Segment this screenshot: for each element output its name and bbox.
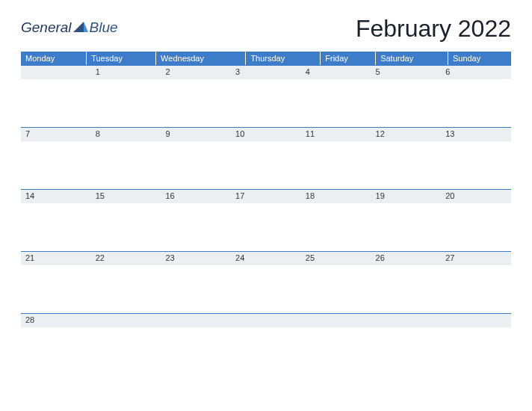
date-number: 9 (165, 129, 226, 140)
date-body-cell (441, 141, 511, 189)
date-body-cell (301, 203, 371, 251)
date-cell: 26 (371, 252, 442, 266)
date-cell: 25 (301, 252, 371, 266)
week-table: 14151617181920 (21, 189, 511, 251)
date-cell: 27 (441, 252, 511, 266)
brand-logo: General Blue (21, 15, 118, 36)
logo-word-1: General (21, 19, 72, 36)
date-cell: 11 (301, 128, 371, 142)
date-number: 14 (25, 191, 87, 202)
date-number (25, 67, 87, 78)
date-body-cell (161, 327, 231, 375)
date-cell: 13 (441, 128, 511, 142)
date-number (235, 315, 297, 326)
date-body-cell (371, 203, 442, 251)
date-number: 25 (306, 253, 367, 264)
date-number: 12 (376, 129, 437, 140)
date-body-cell (301, 327, 371, 375)
date-number: 11 (306, 129, 367, 140)
date-body-cell (371, 141, 442, 189)
date-number: 24 (235, 253, 297, 264)
date-number: 13 (445, 129, 507, 140)
date-number (306, 315, 367, 326)
date-body-cell (21, 327, 91, 375)
date-number: 2 (165, 67, 226, 78)
date-cell (91, 314, 161, 328)
date-body-cell (301, 265, 371, 313)
date-number (165, 315, 226, 326)
date-cell: 22 (91, 252, 161, 266)
week-table: 78910111213 (21, 127, 511, 189)
date-body-cell (231, 79, 301, 127)
date-cell: 8 (91, 128, 161, 142)
date-number: 5 (376, 67, 437, 78)
date-number: 17 (235, 191, 297, 202)
date-cell (21, 66, 91, 80)
date-number: 27 (445, 253, 507, 264)
date-number-row: 14151617181920 (21, 190, 511, 204)
calendar-header: General Blue February 2022 (21, 15, 511, 43)
date-cell: 6 (441, 66, 511, 80)
calendar-grid: Monday Tuesday Wednesday Thursday Friday… (21, 52, 511, 65)
date-number: 28 (25, 315, 87, 326)
weekday-header: Sunday (448, 52, 511, 65)
date-body-cell (21, 141, 91, 189)
date-number: 6 (445, 67, 507, 78)
weekday-header: Friday (321, 52, 376, 65)
date-cell: 23 (161, 252, 231, 266)
date-cell (161, 314, 231, 328)
date-cell: 15 (91, 190, 161, 204)
date-cell: 18 (301, 190, 371, 204)
week-table: 28 (21, 313, 511, 375)
logo-triangle-icon (73, 22, 88, 34)
date-cell: 1 (91, 66, 161, 80)
weekday-header-row: Monday Tuesday Wednesday Thursday Friday… (21, 52, 511, 65)
date-body-cell (91, 265, 161, 313)
date-number: 16 (165, 191, 226, 202)
date-number: 21 (25, 253, 87, 264)
date-body-cell (231, 141, 301, 189)
date-number-row: 123456 (21, 66, 511, 80)
date-number: 18 (306, 191, 367, 202)
date-cell: 24 (231, 252, 301, 266)
date-cell: 28 (21, 314, 91, 328)
date-number: 8 (96, 129, 157, 140)
page-title: February 2022 (356, 15, 511, 43)
date-number-row: 28 (21, 314, 511, 328)
date-cell: 4 (301, 66, 371, 80)
date-body-cell (161, 79, 231, 127)
date-number-row: 21222324252627 (21, 252, 511, 266)
date-cell: 2 (161, 66, 231, 80)
date-body-row (21, 79, 511, 127)
date-number: 3 (235, 67, 297, 78)
date-body-cell (161, 203, 231, 251)
weekday-header: Wednesday (156, 52, 246, 65)
date-cell: 17 (231, 190, 301, 204)
weekday-header: Monday (21, 52, 87, 65)
date-body-cell (301, 141, 371, 189)
date-cell: 12 (371, 128, 442, 142)
weekday-header: Saturday (376, 52, 448, 65)
date-cell: 7 (21, 128, 91, 142)
date-cell: 21 (21, 252, 91, 266)
week-table: 123456 (21, 65, 511, 127)
date-number: 10 (235, 129, 297, 140)
date-number (445, 315, 507, 326)
date-body-cell (21, 265, 91, 313)
weekday-header: Thursday (246, 52, 321, 65)
date-body-cell (441, 79, 511, 127)
date-number (96, 315, 157, 326)
date-body-cell (21, 79, 91, 127)
date-body-cell (371, 327, 442, 375)
weeks-container: 1234567891011121314151617181920212223242… (21, 65, 511, 375)
date-body-cell (91, 327, 161, 375)
date-body-row (21, 203, 511, 251)
date-body-cell (441, 203, 511, 251)
date-body-cell (91, 79, 161, 127)
date-body-cell (371, 79, 442, 127)
date-body-cell (301, 79, 371, 127)
date-body-cell (371, 265, 442, 313)
date-body-row (21, 265, 511, 313)
date-body-cell (231, 203, 301, 251)
date-cell (231, 314, 301, 328)
